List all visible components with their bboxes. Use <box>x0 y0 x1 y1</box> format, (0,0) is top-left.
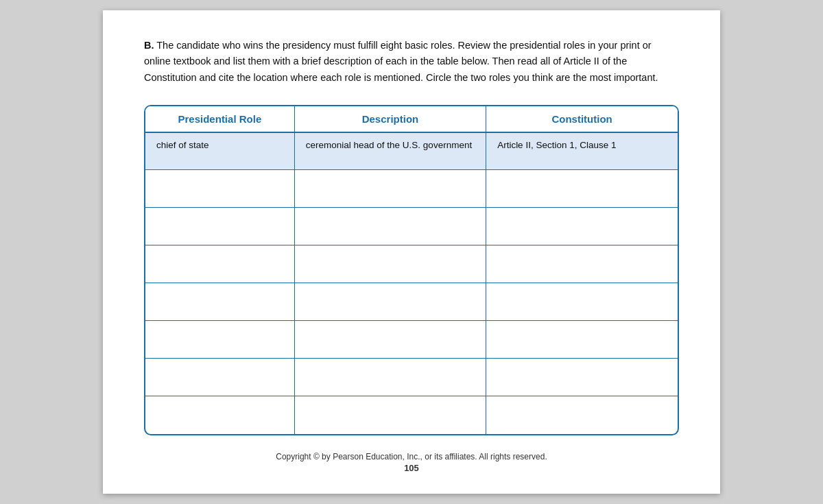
copyright-text: Copyright © by Pearson Education, Inc., … <box>276 452 547 461</box>
cell-description: ceremonial head of the U.S. government <box>294 132 486 170</box>
table-header-row: Presidential Role Description Constituti… <box>145 106 678 132</box>
header-role: Presidential Role <box>145 106 294 132</box>
cell-role <box>145 396 294 434</box>
header-description: Description <box>294 106 486 132</box>
header-constitution: Constitution <box>486 106 678 132</box>
cell-constitution <box>486 170 678 208</box>
cell-description <box>294 396 486 434</box>
table-row <box>145 396 678 434</box>
cell-description <box>294 208 486 245</box>
cell-role <box>145 170 294 208</box>
page: B. The candidate who wins the presidency… <box>103 10 720 494</box>
instruction-label: B. <box>144 40 154 51</box>
table-row <box>145 359 678 396</box>
cell-role <box>145 321 294 359</box>
cell-constitution: Article II, Section 1, Clause 1 <box>486 132 678 170</box>
cell-description <box>294 283 486 321</box>
cell-constitution <box>486 321 678 359</box>
cell-description <box>294 321 486 359</box>
cell-role <box>145 208 294 245</box>
table-row <box>145 208 678 245</box>
instruction-body: The candidate who wins the presidency mu… <box>144 40 658 82</box>
cell-role <box>145 245 294 283</box>
cell-constitution <box>486 208 678 245</box>
table-row <box>145 321 678 359</box>
footer: Copyright © by Pearson Education, Inc., … <box>144 452 679 473</box>
cell-constitution <box>486 359 678 396</box>
table-row <box>145 245 678 283</box>
instruction-paragraph: B. The candidate who wins the presidency… <box>144 38 679 86</box>
cell-description <box>294 170 486 208</box>
cell-constitution <box>486 245 678 283</box>
presidential-roles-table: Presidential Role Description Constituti… <box>145 106 678 434</box>
page-number: 105 <box>144 463 679 473</box>
table-row: chief of stateceremonial head of the U.S… <box>145 132 678 170</box>
cell-constitution <box>486 283 678 321</box>
table-wrapper: Presidential Role Description Constituti… <box>144 105 679 435</box>
cell-description <box>294 245 486 283</box>
cell-role <box>145 283 294 321</box>
table-row <box>145 170 678 208</box>
table-row <box>145 283 678 321</box>
cell-constitution <box>486 396 678 434</box>
cell-description <box>294 359 486 396</box>
cell-role <box>145 359 294 396</box>
cell-role: chief of state <box>145 132 294 170</box>
